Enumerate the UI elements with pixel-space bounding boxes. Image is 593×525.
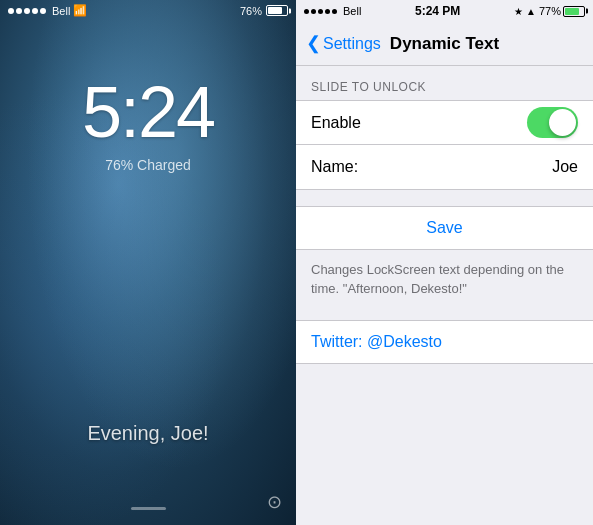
back-chevron-icon: ❮ [306, 32, 321, 54]
enable-label: Enable [311, 114, 361, 132]
lock-carrier: Bell [52, 5, 70, 17]
name-cell: Name: Joe [296, 145, 593, 189]
lock-battery-pct: 76% [240, 5, 262, 17]
home-indicator [131, 507, 166, 510]
lock-bottom-bar [0, 507, 296, 510]
signal-dot-2 [16, 8, 22, 14]
settings-battery-fill [565, 8, 579, 15]
nav-title: Dynamic Text [390, 34, 499, 54]
save-button-row[interactable]: Save [296, 206, 593, 250]
cell-group-main: Enable Name: Joe [296, 100, 593, 190]
lock-time: 5:24 [82, 71, 214, 153]
settings-battery-pct: 77% [539, 5, 561, 17]
settings-carrier: Bell [343, 5, 361, 17]
settings-screen: Bell 5:24 PM ★ ▲ 77% ❮ Settings Dynamic … [296, 0, 593, 525]
description-text: Changes LockScreen text depending on the… [311, 262, 564, 296]
settings-wifi-icon: ▲ [526, 6, 536, 17]
settings-status-right: ★ ▲ 77% [514, 5, 585, 17]
enable-toggle[interactable] [527, 107, 578, 138]
signal-dot-3 [24, 8, 30, 14]
lock-status-left: Bell 📶 [8, 4, 87, 17]
settings-sig-dot-4 [325, 9, 330, 14]
wifi-icon: 📶 [73, 4, 87, 17]
signal-dot-4 [32, 8, 38, 14]
settings-status-left: Bell [304, 5, 361, 17]
twitter-link: Twitter: @Dekesto [311, 333, 442, 350]
settings-time: 5:24 PM [415, 4, 460, 18]
settings-status-bar: Bell 5:24 PM ★ ▲ 77% [296, 0, 593, 22]
section-header: SLIDE TO UNLOCK [296, 66, 593, 100]
back-label: Settings [323, 35, 381, 53]
settings-battery-icon [563, 6, 585, 17]
settings-nav-bar: ❮ Settings Dynamic Text [296, 22, 593, 66]
enable-cell: Enable [296, 101, 593, 145]
lock-screen: Bell 📶 76% 5:24 76% Charged Evening, Joe… [0, 0, 296, 525]
settings-sig-dot-5 [332, 9, 337, 14]
settings-sig-dot-2 [311, 9, 316, 14]
description-section: Changes LockScreen text depending on the… [296, 250, 593, 304]
save-button-label: Save [426, 219, 462, 237]
toggle-knob [549, 109, 576, 136]
name-value: Joe [552, 158, 578, 176]
settings-battery-container: 77% [539, 5, 585, 17]
settings-sig-dot-1 [304, 9, 309, 14]
settings-signal-dots [304, 9, 337, 14]
signal-dot-1 [8, 8, 14, 14]
settings-sig-dot-3 [318, 9, 323, 14]
lock-charged-text: 76% Charged [105, 157, 191, 173]
lock-status-right: 76% [240, 5, 288, 17]
signal-dots [8, 8, 46, 14]
lock-greeting: Evening, Joe! [87, 422, 208, 445]
settings-bt-icon: ★ [514, 6, 523, 17]
lock-status-bar: Bell 📶 76% [0, 0, 296, 21]
name-label: Name: [311, 158, 358, 176]
settings-content: SLIDE TO UNLOCK Enable Name: Joe Save Ch… [296, 66, 593, 525]
lock-battery-fill [268, 7, 282, 14]
camera-icon[interactable]: ⊙ [267, 491, 282, 513]
signal-dot-5 [40, 8, 46, 14]
lock-battery-icon [266, 5, 288, 16]
back-button[interactable]: ❮ Settings [306, 33, 381, 54]
twitter-section[interactable]: Twitter: @Dekesto [296, 320, 593, 364]
